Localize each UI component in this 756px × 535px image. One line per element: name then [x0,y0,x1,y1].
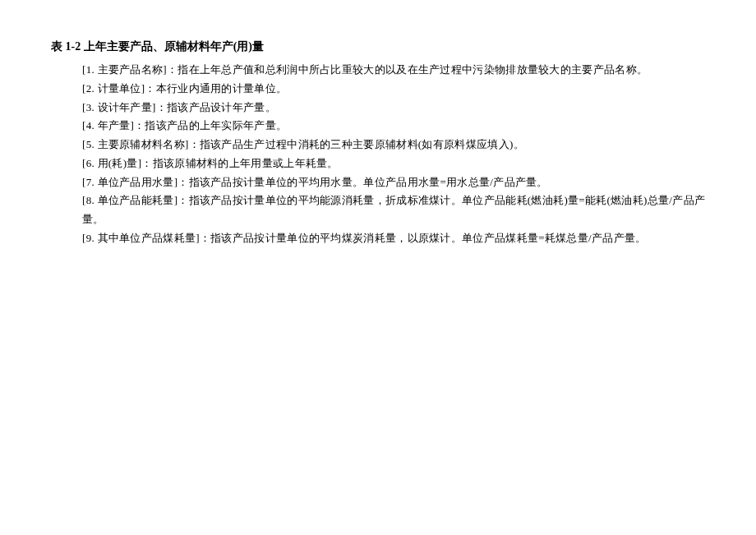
list-item: [7. 单位产品用水量]：指该产品按计量单位的平均用水量。单位产品用水量=用水总… [82,173,710,192]
section-title: 表 1-2 上年主要产品、原辅材料年产(用)量 [51,39,710,54]
list-item: [8. 单位产品能耗量]：指该产品按计量单位的平均能源消耗量，折成标准煤计。单位… [82,191,710,229]
definition-list: [1. 主要产品名称]：指在上年总产值和总利润中所占比重较大的以及在生产过程中污… [46,61,710,248]
list-item: [6. 用(耗)量]：指该原辅材料的上年用量或上年耗量。 [82,155,710,173]
list-item: [9. 其中单位产品煤耗量]：指该产品按计量单位的平均煤炭消耗量，以原煤计。单位… [82,229,710,248]
list-item: [5. 主要原辅材料名称]：指该产品生产过程中消耗的三种主要原辅材料(如有原料煤… [82,136,710,155]
list-item: [1. 主要产品名称]：指在上年总产值和总利润中所占比重较大的以及在生产过程中污… [82,61,710,80]
list-item: [2. 计量单位]：本行业内通用的计量单位。 [82,80,710,99]
list-item: [4. 年产量]：指该产品的上年实际年产量。 [82,117,710,136]
list-item: [3. 设计年产量]：指该产品设计年产量。 [82,99,710,118]
